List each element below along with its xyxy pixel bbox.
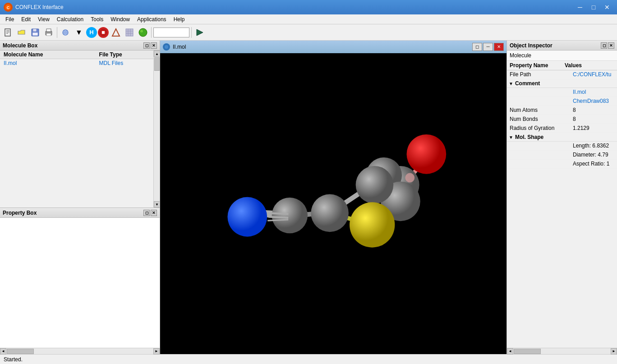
toolbar-dropdown[interactable]: ▼ xyxy=(73,26,85,39)
inspector-restore[interactable]: ◻ xyxy=(601,42,607,49)
menu-view[interactable]: View xyxy=(34,15,53,23)
svg-rect-18 xyxy=(126,29,133,36)
molecule-row-1[interactable]: II.mol MDL Files xyxy=(0,59,160,68)
app-title: CONFLEX Interface xyxy=(15,4,574,10)
toolbar-tool3[interactable] xyxy=(110,26,122,39)
viewer-title: II.mol xyxy=(173,44,472,50)
main-layout: Molecule Box ◻ ✕ Molecule Name File Type… xyxy=(0,41,617,354)
property-box-restore[interactable]: ◻ xyxy=(143,210,150,216)
inspector-row-numatoms: Num Atoms 8 xyxy=(507,106,617,115)
toolbar-hydrogen[interactable]: H xyxy=(86,27,97,38)
bottom-left-scrollbar[interactable]: ◄ ► xyxy=(0,348,160,354)
inspector-scroll-left[interactable]: ◄ xyxy=(507,348,513,355)
toolbar-print[interactable] xyxy=(42,26,55,39)
left-panels: Molecule Box ◻ ✕ Molecule Name File Type… xyxy=(0,41,160,354)
prop-name-filepath: File Path xyxy=(507,70,570,79)
inspector-section-molshape[interactable]: ▼ Mol. Shape xyxy=(507,133,617,142)
toolbar-sphere[interactable] xyxy=(137,26,149,39)
menu-tools[interactable]: Tools xyxy=(87,15,107,23)
viewer-minimize[interactable]: ─ xyxy=(483,43,493,51)
viewer-close[interactable]: ✕ xyxy=(494,43,504,51)
molecule-filetype-cell: MDL Files xyxy=(96,59,160,68)
scroll-up-btn[interactable]: ▲ xyxy=(154,51,160,57)
menu-file[interactable]: File xyxy=(2,15,18,23)
menu-help[interactable]: Help xyxy=(170,15,189,23)
molecule-box-restore[interactable]: ◻ xyxy=(143,42,150,49)
menu-edit[interactable]: Edit xyxy=(18,15,34,23)
molecule-table: Molecule Name File Type II.mol MDL Files xyxy=(0,51,160,67)
inspector-title: Object Inspector xyxy=(510,42,553,49)
inspector-row-comment1: II.mol xyxy=(507,88,617,97)
title-bar-buttons: ─ □ ✕ xyxy=(574,3,613,12)
property-box-title: Property Box xyxy=(3,210,143,216)
svg-point-25 xyxy=(140,30,143,32)
svg-rect-10 xyxy=(46,29,51,32)
minimize-button[interactable]: ─ xyxy=(574,3,586,12)
viewer-restore[interactable]: ◻ xyxy=(472,43,482,51)
prop-name-length xyxy=(507,142,570,150)
menu-calculation[interactable]: Calculation xyxy=(53,15,87,23)
molecule-box-close[interactable]: ✕ xyxy=(151,42,157,49)
inspector-scroll-right[interactable]: ► xyxy=(611,348,617,355)
prop-value-numbonds: 8 xyxy=(570,115,617,124)
col-molecule-name: Molecule Name xyxy=(0,51,96,59)
menu-applications[interactable]: Applications xyxy=(134,15,170,23)
inspector-molecule-label: Molecule xyxy=(507,51,617,61)
maximize-button[interactable]: □ xyxy=(587,3,600,12)
prop-value-radius: 1.2129 xyxy=(570,124,617,133)
viewer-canvas[interactable] xyxy=(160,53,506,354)
inspector-header: Object Inspector ◻ ✕ xyxy=(507,41,617,51)
molecule-box-scrollbar[interactable]: ▲ ▼ xyxy=(153,51,160,207)
prop-name-comment1 xyxy=(507,88,570,97)
toolbar-sep-2 xyxy=(151,27,152,38)
molecule-name-cell[interactable]: II.mol xyxy=(0,59,96,68)
toolbar-structure[interactable] xyxy=(59,26,72,39)
prop-value-filepath: C:/CONFLEX/tu xyxy=(570,70,617,79)
inspector-close[interactable]: ✕ xyxy=(608,42,614,49)
toolbar-conflex[interactable] xyxy=(123,26,136,39)
toolbar-save[interactable] xyxy=(29,26,41,39)
inspector-scroll-track xyxy=(513,348,611,354)
molecule-box: Molecule Box ◻ ✕ Molecule Name File Type… xyxy=(0,41,160,208)
svg-point-27 xyxy=(164,45,169,49)
toolbar-new[interactable] xyxy=(2,26,14,39)
scroll-right-btn[interactable]: ► xyxy=(153,348,160,355)
toolbar-stop[interactable] xyxy=(98,27,109,38)
scroll-thumb[interactable] xyxy=(154,57,160,71)
toolbar-search-input[interactable] xyxy=(153,28,189,37)
inspector-scroll-thumb[interactable] xyxy=(514,349,541,354)
menu-window[interactable]: Window xyxy=(107,15,134,23)
svg-rect-11 xyxy=(46,33,51,36)
svg-point-44 xyxy=(405,173,414,183)
svg-point-50 xyxy=(227,197,267,237)
inspector-section-comment[interactable]: ▼ Comment xyxy=(507,79,617,88)
toolbar-play[interactable] xyxy=(193,26,206,39)
toolbar-open[interactable] xyxy=(15,26,28,39)
inspector-table-header: Property Name Values xyxy=(507,61,617,70)
prop-value-length: Length: 6.8362 xyxy=(570,142,617,150)
molecule-box-title: Molecule Box xyxy=(3,42,143,49)
inspector-outer: Molecule Property Name Values File Path … xyxy=(507,51,617,348)
menu-bar: File Edit View Calculation Tools Window … xyxy=(0,14,617,24)
inspector-row-comment2: ChemDraw083 xyxy=(507,97,617,106)
title-bar: C CONFLEX Interface ─ □ ✕ xyxy=(0,0,617,14)
viewer-titlebar: II.mol ◻ ─ ✕ xyxy=(160,41,506,53)
toolbar: ▼ H xyxy=(0,24,617,41)
inspector-bottom-scrollbar[interactable]: ◄ ► xyxy=(507,348,617,354)
svg-marker-26 xyxy=(197,29,203,36)
prop-name-numatoms: Num Atoms xyxy=(507,106,570,115)
svg-rect-8 xyxy=(32,32,38,36)
h-scroll-thumb[interactable] xyxy=(7,349,34,354)
molecule-3d-view xyxy=(160,53,506,354)
svg-rect-17 xyxy=(102,31,105,34)
scroll-down-btn[interactable]: ▼ xyxy=(154,201,160,207)
molshape-chevron: ▼ xyxy=(509,135,513,140)
close-button[interactable]: ✕ xyxy=(601,3,613,12)
inspector-row-diameter: Diameter: 4.79 xyxy=(507,151,617,160)
prop-value-comment1: II.mol xyxy=(570,88,617,97)
property-box-header: Property Box ◻ ✕ xyxy=(0,208,160,218)
scroll-track xyxy=(154,57,160,201)
molecule-box-content: Molecule Name File Type II.mol MDL Files… xyxy=(0,51,160,207)
scroll-left-btn[interactable]: ◄ xyxy=(0,348,6,355)
property-box-close[interactable]: ✕ xyxy=(151,210,157,216)
